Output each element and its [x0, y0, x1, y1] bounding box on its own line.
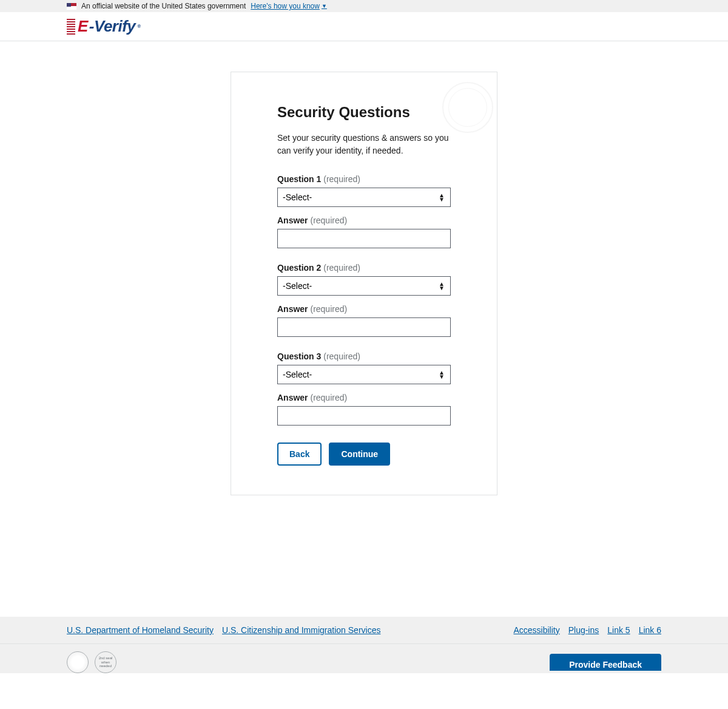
button-row: Back Continue: [277, 443, 451, 466]
footer-link-uscis[interactable]: U.S. Citizenship and Immigration Service…: [222, 625, 380, 635]
answer-1-label: Answer (required): [277, 215, 451, 225]
footer-link-dhs[interactable]: U.S. Department of Homeland Security: [67, 625, 214, 635]
question-3-label: Question 3 (required): [277, 351, 451, 361]
gov-banner-text: An official website of the United States…: [81, 2, 246, 10]
answer-2-label: Answer (required): [277, 304, 451, 314]
secondary-seal-icon: 2nd seal when needed: [95, 651, 116, 673]
question-2-label: Question 2 (required): [277, 263, 451, 273]
page-title: Security Questions: [277, 104, 451, 121]
provide-feedback-button[interactable]: Provide Feedback: [550, 654, 661, 671]
question-3-select[interactable]: -Select-: [277, 365, 451, 384]
footer-link-5[interactable]: Link 5: [607, 625, 630, 635]
question-1-group: Question 1 (required) -Select- ▲▼ Answer…: [277, 174, 451, 248]
chevron-down-icon: ▼: [322, 3, 327, 9]
footer-link-accessibility[interactable]: Accessibility: [513, 625, 559, 635]
question-1-select[interactable]: -Select-: [277, 188, 451, 207]
answer-2-input[interactable]: [277, 317, 451, 337]
page-description: Set your security questions & answers so…: [277, 132, 451, 157]
security-questions-card: Security Questions Set your security que…: [231, 72, 497, 495]
footer-link-6[interactable]: Link 6: [639, 625, 661, 635]
dhs-seal-watermark-icon: [442, 82, 493, 133]
how-you-know-link[interactable]: Here's how you know ▼: [251, 2, 327, 10]
question-3-group: Question 3 (required) -Select- ▲▼ Answer…: [277, 351, 451, 426]
gov-banner: An official website of the United States…: [0, 0, 728, 12]
header: E-Verify®: [0, 12, 728, 41]
logo-flag-icon: [67, 19, 75, 35]
answer-3-input[interactable]: [277, 406, 451, 426]
answer-3-label: Answer (required): [277, 393, 451, 402]
footer-links: U.S. Department of Homeland Security U.S…: [0, 617, 728, 644]
back-button[interactable]: Back: [277, 443, 322, 466]
dhs-seal-icon: [67, 651, 89, 673]
everify-logo[interactable]: E-Verify®: [67, 17, 141, 36]
footer-bottom: 2nd seal when needed Provide Feedback: [0, 644, 728, 673]
us-flag-icon: [67, 3, 76, 10]
answer-1-input[interactable]: [277, 229, 451, 248]
main-content: Security Questions Set your security que…: [0, 41, 728, 617]
question-2-select[interactable]: -Select-: [277, 276, 451, 296]
footer-seals: 2nd seal when needed: [67, 651, 116, 673]
footer-link-plugins[interactable]: Plug-ins: [568, 625, 599, 635]
question-2-group: Question 2 (required) -Select- ▲▼ Answer…: [277, 263, 451, 337]
question-1-label: Question 1 (required): [277, 174, 451, 184]
continue-button[interactable]: Continue: [329, 443, 390, 466]
